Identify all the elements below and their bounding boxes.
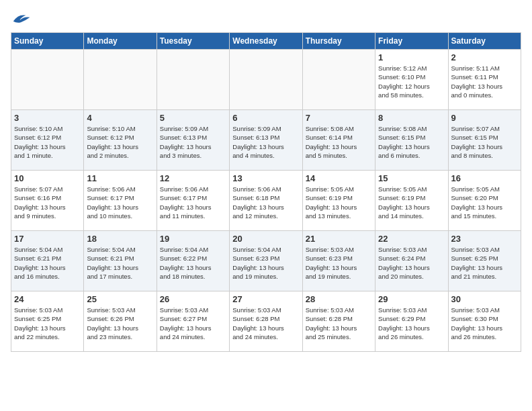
- day-number: 5: [160, 113, 226, 123]
- calendar-day-cell: 28Sunrise: 5:03 AMSunset: 6:28 PMDayligh…: [302, 291, 375, 352]
- day-info: Sunrise: 5:03 AMSunset: 6:28 PMDaylight:…: [232, 306, 299, 341]
- calendar-day-cell: [302, 50, 375, 110]
- day-number: 26: [160, 294, 226, 304]
- calendar-day-cell: 30Sunrise: 5:03 AMSunset: 6:30 PMDayligh…: [448, 291, 521, 352]
- calendar-day-cell: 16Sunrise: 5:05 AMSunset: 6:20 PMDayligh…: [448, 171, 521, 231]
- day-info: Sunrise: 5:03 AMSunset: 6:29 PMDaylight:…: [378, 306, 445, 341]
- calendar-day-cell: 12Sunrise: 5:06 AMSunset: 6:17 PMDayligh…: [157, 171, 229, 231]
- day-info: Sunrise: 5:03 AMSunset: 6:25 PMDaylight:…: [451, 245, 518, 281]
- page-header: [11, 11, 521, 27]
- calendar-day-cell: 17Sunrise: 5:04 AMSunset: 6:21 PMDayligh…: [11, 231, 84, 291]
- calendar-day-cell: 9Sunrise: 5:07 AMSunset: 6:15 PMDaylight…: [448, 110, 521, 171]
- calendar-day-cell: 6Sunrise: 5:09 AMSunset: 6:13 PMDaylight…: [230, 110, 302, 171]
- calendar-day-cell: 11Sunrise: 5:06 AMSunset: 6:17 PMDayligh…: [84, 171, 157, 231]
- calendar-day-cell: 5Sunrise: 5:09 AMSunset: 6:13 PMDaylight…: [157, 110, 229, 171]
- day-info: Sunrise: 5:08 AMSunset: 6:15 PMDaylight:…: [378, 124, 445, 160]
- day-info: Sunrise: 5:07 AMSunset: 6:16 PMDaylight:…: [14, 185, 81, 220]
- calendar-day-cell: 7Sunrise: 5:08 AMSunset: 6:14 PMDaylight…: [302, 110, 375, 171]
- day-number: 9: [451, 113, 518, 123]
- day-info: Sunrise: 5:03 AMSunset: 6:30 PMDaylight:…: [451, 306, 518, 341]
- day-number: 16: [451, 173, 518, 183]
- day-info: Sunrise: 5:10 AMSunset: 6:12 PMDaylight:…: [14, 124, 81, 160]
- day-info: Sunrise: 5:05 AMSunset: 6:19 PMDaylight:…: [378, 185, 445, 220]
- day-number: 11: [87, 173, 153, 183]
- calendar-day-cell: [84, 50, 157, 110]
- weekday-header-saturday: Saturday: [448, 33, 521, 50]
- day-info: Sunrise: 5:06 AMSunset: 6:17 PMDaylight:…: [87, 185, 153, 220]
- day-number: 3: [14, 113, 81, 123]
- day-info: Sunrise: 5:10 AMSunset: 6:12 PMDaylight:…: [87, 124, 153, 160]
- day-number: 17: [14, 234, 81, 244]
- calendar-week-row: 10Sunrise: 5:07 AMSunset: 6:16 PMDayligh…: [11, 171, 521, 231]
- calendar-day-cell: 19Sunrise: 5:04 AMSunset: 6:22 PMDayligh…: [157, 231, 229, 291]
- day-number: 30: [451, 294, 518, 304]
- day-info: Sunrise: 5:06 AMSunset: 6:17 PMDaylight:…: [160, 185, 226, 220]
- day-number: 18: [87, 234, 153, 244]
- day-info: Sunrise: 5:05 AMSunset: 6:19 PMDaylight:…: [306, 185, 372, 220]
- day-number: 28: [306, 294, 372, 304]
- day-info: Sunrise: 5:04 AMSunset: 6:21 PMDaylight:…: [87, 245, 153, 281]
- calendar-day-cell: 18Sunrise: 5:04 AMSunset: 6:21 PMDayligh…: [84, 231, 157, 291]
- day-number: 8: [378, 113, 445, 123]
- day-number: 15: [378, 173, 445, 183]
- calendar-week-row: 17Sunrise: 5:04 AMSunset: 6:21 PMDayligh…: [11, 231, 521, 291]
- day-info: Sunrise: 5:04 AMSunset: 6:23 PMDaylight:…: [232, 245, 299, 281]
- day-number: 2: [451, 52, 518, 62]
- day-number: 19: [160, 234, 226, 244]
- day-number: 25: [87, 294, 153, 304]
- day-number: 10: [14, 173, 81, 183]
- weekday-header-friday: Friday: [375, 33, 448, 50]
- day-info: Sunrise: 5:12 AMSunset: 6:10 PMDaylight:…: [378, 64, 445, 99]
- weekday-header-thursday: Thursday: [302, 33, 375, 50]
- calendar-day-cell: 29Sunrise: 5:03 AMSunset: 6:29 PMDayligh…: [375, 291, 448, 352]
- calendar-day-cell: [157, 50, 229, 110]
- calendar-day-cell: 21Sunrise: 5:03 AMSunset: 6:23 PMDayligh…: [302, 231, 375, 291]
- day-number: 13: [232, 173, 299, 183]
- calendar-week-row: 24Sunrise: 5:03 AMSunset: 6:25 PMDayligh…: [11, 291, 521, 352]
- day-info: Sunrise: 5:09 AMSunset: 6:13 PMDaylight:…: [232, 124, 299, 160]
- calendar-day-cell: 13Sunrise: 5:06 AMSunset: 6:18 PMDayligh…: [230, 171, 302, 231]
- day-info: Sunrise: 5:03 AMSunset: 6:26 PMDaylight:…: [87, 306, 153, 341]
- day-info: Sunrise: 5:03 AMSunset: 6:24 PMDaylight:…: [378, 245, 445, 281]
- day-info: Sunrise: 5:06 AMSunset: 6:18 PMDaylight:…: [232, 185, 299, 220]
- calendar-day-cell: 8Sunrise: 5:08 AMSunset: 6:15 PMDaylight…: [375, 110, 448, 171]
- calendar-day-cell: 14Sunrise: 5:05 AMSunset: 6:19 PMDayligh…: [302, 171, 375, 231]
- calendar-week-row: 3Sunrise: 5:10 AMSunset: 6:12 PMDaylight…: [11, 110, 521, 171]
- day-number: 27: [232, 294, 299, 304]
- day-info: Sunrise: 5:03 AMSunset: 6:27 PMDaylight:…: [160, 306, 226, 341]
- weekday-header-wednesday: Wednesday: [230, 33, 302, 50]
- calendar-day-cell: 27Sunrise: 5:03 AMSunset: 6:28 PMDayligh…: [230, 291, 302, 352]
- day-number: 12: [160, 173, 226, 183]
- calendar-day-cell: 15Sunrise: 5:05 AMSunset: 6:19 PMDayligh…: [375, 171, 448, 231]
- calendar-day-cell: 3Sunrise: 5:10 AMSunset: 6:12 PMDaylight…: [11, 110, 84, 171]
- calendar-day-cell: 23Sunrise: 5:03 AMSunset: 6:25 PMDayligh…: [448, 231, 521, 291]
- weekday-header-tuesday: Tuesday: [157, 33, 229, 50]
- calendar-table: SundayMondayTuesdayWednesdayThursdayFrid…: [11, 32, 521, 352]
- calendar-day-cell: 24Sunrise: 5:03 AMSunset: 6:25 PMDayligh…: [11, 291, 84, 352]
- day-number: 22: [378, 234, 445, 244]
- day-number: 21: [306, 234, 372, 244]
- day-info: Sunrise: 5:05 AMSunset: 6:20 PMDaylight:…: [451, 185, 518, 220]
- weekday-header-monday: Monday: [84, 33, 157, 50]
- weekday-header-sunday: Sunday: [11, 33, 84, 50]
- calendar-day-cell: 4Sunrise: 5:10 AMSunset: 6:12 PMDaylight…: [84, 110, 157, 171]
- day-number: 20: [232, 234, 299, 244]
- day-info: Sunrise: 5:08 AMSunset: 6:14 PMDaylight:…: [306, 124, 372, 160]
- day-number: 1: [378, 52, 445, 62]
- day-info: Sunrise: 5:07 AMSunset: 6:15 PMDaylight:…: [451, 124, 518, 160]
- day-number: 29: [378, 294, 445, 304]
- day-number: 14: [306, 173, 372, 183]
- calendar-day-cell: 25Sunrise: 5:03 AMSunset: 6:26 PMDayligh…: [84, 291, 157, 352]
- calendar-day-cell: 1Sunrise: 5:12 AMSunset: 6:10 PMDaylight…: [375, 50, 448, 110]
- calendar-day-cell: 10Sunrise: 5:07 AMSunset: 6:16 PMDayligh…: [11, 171, 84, 231]
- calendar-day-cell: 26Sunrise: 5:03 AMSunset: 6:27 PMDayligh…: [157, 291, 229, 352]
- day-info: Sunrise: 5:03 AMSunset: 6:28 PMDaylight:…: [306, 306, 372, 341]
- logo-bird-icon: [11, 11, 31, 27]
- calendar-day-cell: 2Sunrise: 5:11 AMSunset: 6:11 PMDaylight…: [448, 50, 521, 110]
- calendar-day-cell: [11, 50, 84, 110]
- weekday-header-row: SundayMondayTuesdayWednesdayThursdayFrid…: [11, 33, 521, 50]
- day-info: Sunrise: 5:03 AMSunset: 6:25 PMDaylight:…: [14, 306, 81, 341]
- day-info: Sunrise: 5:11 AMSunset: 6:11 PMDaylight:…: [451, 64, 518, 99]
- day-info: Sunrise: 5:03 AMSunset: 6:23 PMDaylight:…: [306, 245, 372, 281]
- day-info: Sunrise: 5:09 AMSunset: 6:13 PMDaylight:…: [160, 124, 226, 160]
